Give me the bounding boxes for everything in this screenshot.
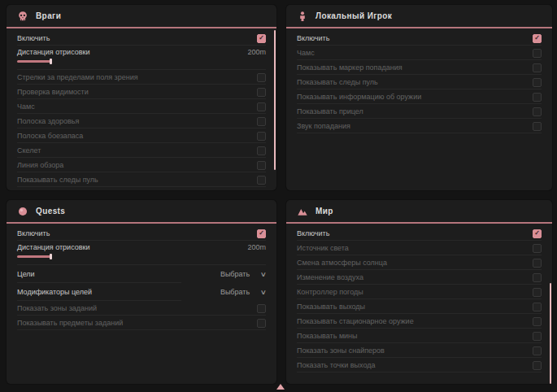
checkbox[interactable] <box>533 78 542 87</box>
checkbox[interactable] <box>533 361 542 370</box>
row-checkbox[interactable]: Скелет <box>17 143 266 158</box>
checkbox[interactable] <box>533 273 542 282</box>
row-checkbox[interactable]: Чамс <box>297 46 542 60</box>
row-checkbox[interactable]: Полоска здоровья <box>17 114 266 128</box>
quest-orb-icon <box>17 206 28 217</box>
row-checkbox[interactable]: Стрелки за пределами поля зрения <box>17 70 266 85</box>
row-label: Показать точки выхода <box>297 361 375 369</box>
row-checkbox[interactable]: Показывать прицел <box>297 104 542 119</box>
checkbox[interactable] <box>257 146 266 155</box>
panel-rows: Включить✓ЧамсПоказывать маркер попадания… <box>286 28 552 133</box>
panel-title: Локальный Игрок <box>315 11 392 20</box>
checkbox[interactable] <box>533 93 542 102</box>
checkbox[interactable] <box>257 73 266 82</box>
checkbox[interactable]: ✓ <box>257 34 266 43</box>
person-icon <box>297 11 308 22</box>
checkbox[interactable] <box>257 88 266 97</box>
row-checkbox[interactable]: Показывать мины <box>297 329 542 343</box>
scrollbar-thumb[interactable] <box>550 283 551 384</box>
checkbox[interactable] <box>533 49 542 58</box>
panel-rows: Включить✓Дистанция отрисовки200mСтрелки … <box>7 28 276 187</box>
slider-handle[interactable] <box>50 254 52 259</box>
row-checkbox[interactable]: Показывать следы пуль <box>17 172 266 187</box>
checkbox[interactable]: ✓ <box>257 229 266 238</box>
slider-value: 200m <box>247 48 266 56</box>
row-label: Звук попадания <box>297 122 350 130</box>
checkbox[interactable] <box>533 107 542 116</box>
checkbox[interactable] <box>533 346 542 355</box>
row-checkbox[interactable]: Изменение воздуха <box>297 270 542 285</box>
checkbox[interactable] <box>533 122 542 131</box>
row-checkbox[interactable]: Включить✓ <box>297 226 542 241</box>
checkbox[interactable] <box>533 259 542 268</box>
checkbox[interactable] <box>257 304 266 313</box>
row-label: Полоска здоровья <box>17 117 79 125</box>
panel-title: Враги <box>36 11 61 20</box>
row-select[interactable]: Модификаторы целейВыбрать∨ <box>17 283 266 301</box>
row-checkbox[interactable]: Смена атмосферы солнца <box>297 255 542 270</box>
row-checkbox[interactable]: Показывать информацию об оружии <box>297 89 542 104</box>
row-checkbox[interactable]: Показывать выходы <box>297 299 542 314</box>
slider[interactable] <box>17 253 266 259</box>
panel-quests: QuestsВключить✓Дистанция отрисовки200mЦе… <box>7 200 276 384</box>
row-label: Включить <box>297 229 329 237</box>
row-label: Чамс <box>17 102 35 111</box>
slider-value: 200m <box>247 243 266 251</box>
checkbox[interactable] <box>533 244 542 253</box>
row-checkbox[interactable]: Показывать маркер попадания <box>297 60 542 75</box>
row-checkbox[interactable]: Линия обзора <box>17 158 266 172</box>
checkbox[interactable] <box>257 176 266 185</box>
row-label: Показать зоны снайперов <box>297 346 385 355</box>
panel-header: Мир <box>286 200 552 224</box>
dropdown-value: Выбрать <box>220 270 250 278</box>
checkbox[interactable] <box>257 102 266 111</box>
checkbox[interactable] <box>533 303 542 311</box>
checkbox[interactable] <box>257 161 266 170</box>
row-label: Показывать следы пуль <box>17 176 98 184</box>
checkbox[interactable] <box>533 288 542 297</box>
row-label: Стрелки за пределами поля зрения <box>17 73 138 81</box>
checkbox[interactable]: ✓ <box>533 229 542 238</box>
row-checkbox[interactable]: Включить✓ <box>297 31 542 46</box>
row-checkbox[interactable]: Звук попадания <box>297 119 542 133</box>
checkbox[interactable] <box>533 332 542 341</box>
scrollbar-thumb[interactable] <box>274 30 276 170</box>
row-checkbox[interactable]: Показывать стационарное оружие <box>297 314 542 329</box>
row-checkbox[interactable]: Проверка видимости <box>17 85 266 99</box>
checkbox[interactable] <box>257 117 266 126</box>
panel-header: Враги <box>7 5 276 28</box>
row-slider[interactable]: Дистанция отрисовки200m <box>17 241 266 265</box>
row-label: Показывать информацию об оружии <box>297 93 421 101</box>
slider[interactable] <box>17 58 266 64</box>
checkbox[interactable] <box>533 317 542 326</box>
checkbox[interactable] <box>257 132 266 141</box>
checkbox[interactable] <box>533 63 542 72</box>
row-checkbox[interactable]: Чамс <box>17 99 266 114</box>
row-checkbox[interactable]: Показывать предметы заданий <box>17 316 266 330</box>
slider-handle[interactable] <box>50 59 52 64</box>
panel-enemies: ВрагиВключить✓Дистанция отрисовки200mСтр… <box>7 5 276 190</box>
row-checkbox[interactable]: Источник света <box>297 241 542 255</box>
row-checkbox[interactable]: Показать зоны снайперов <box>297 343 542 358</box>
mouse-cursor <box>276 384 285 390</box>
chevron-down-icon: ∨ <box>260 289 267 296</box>
row-checkbox[interactable]: Включить✓ <box>17 31 266 46</box>
row-select[interactable]: ЦелиВыбрать∨ <box>17 265 266 283</box>
row-checkbox[interactable]: Показать точки выхода <box>297 358 542 372</box>
slider-fill <box>17 255 51 258</box>
row-label: Показывать предметы заданий <box>17 319 123 327</box>
dropdown[interactable]: Выбрать∨ <box>220 270 266 278</box>
checkbox[interactable] <box>257 319 266 328</box>
checkbox[interactable]: ✓ <box>533 34 542 43</box>
dropdown[interactable]: Выбрать∨ <box>220 288 266 296</box>
row-label: Дистанция отрисовки <box>17 243 90 251</box>
row-checkbox[interactable]: Включить✓ <box>17 226 266 241</box>
row-slider[interactable]: Дистанция отрисовки200m <box>17 46 266 70</box>
row-checkbox[interactable]: Показать зоны заданий <box>17 301 266 316</box>
row-checkbox[interactable]: Показывать следы пуль <box>297 75 542 89</box>
chevron-down-icon: ∨ <box>260 271 267 278</box>
row-checkbox[interactable]: Полоска боезапаса <box>17 128 266 143</box>
row-label: Дистанция отрисовки <box>17 48 90 56</box>
row-checkbox[interactable]: Контроллер погоды <box>297 285 542 299</box>
panel-rows: Включить✓Источник светаСмена атмосферы с… <box>286 224 552 372</box>
